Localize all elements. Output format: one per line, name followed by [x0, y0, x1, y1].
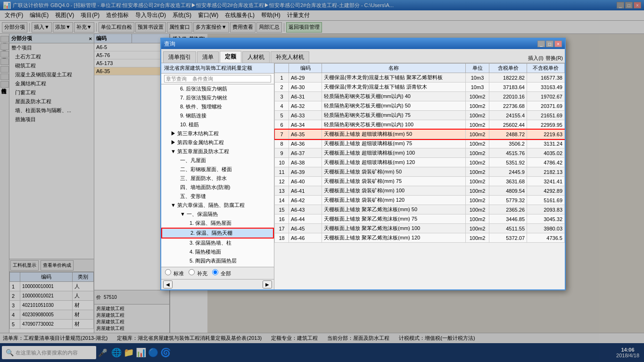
tree-ch3-wood[interactable]: ▶ 第三章木结构工程 [161, 129, 274, 138]
tree-deform-joint[interactable]: 五、变形缝 [161, 192, 274, 201]
row-name: 天棚板面上铺放 超细玻璃棉板(mm) 120 [322, 158, 466, 167]
quota-row-a6-43[interactable]: 15 A6-43 天棚板面上铺放 聚苯乙烯泡沫板(mm) 50 100m2 23… [275, 205, 565, 214]
radio-standard-label[interactable]: 标准 [165, 269, 184, 277]
row-price-tax: 5779.32 [489, 196, 527, 205]
row-code: A6-44 [289, 214, 322, 224]
tree-ch6-insulation[interactable]: ▼ 第六章保温、隔热、防腐工程 [161, 201, 274, 210]
dialog-body: 湖北省房屋建筑与装饰工程消耗量定额 6. 后张法预应力钢筋 7. 后张法预应力钢… [161, 63, 565, 289]
row-price-tax: 3506.2 [489, 139, 527, 148]
dlg-tab-dinge[interactable]: 定额 [220, 51, 241, 63]
dialog-minimize-btn[interactable]: _ [537, 41, 545, 47]
quota-row-a6-30[interactable]: 2 A6-30 天棚保温(带木龙骨)混凝土板下铺贴 沥青软木 10m3 3718… [275, 82, 565, 92]
quota-row-a6-35[interactable]: 7 A6-35 天棚板面上铺放 超细玻璃棉板(mm) 50 100m2 2488… [275, 130, 565, 139]
quota-row-a6-36[interactable]: 8 A6-36 天棚板面上铺放 超细玻璃棉板(mm) 75 100m2 3506… [275, 139, 565, 148]
dlg-tab-qingdan-zhinyin[interactable]: 清单指引 [163, 51, 196, 63]
tree-insulation-floor[interactable]: 4. 隔热楼地面 [161, 247, 274, 256]
row-name: 天棚板面上铺放 袋装矿棉(mm) 120 [322, 196, 466, 205]
tree-rebar-9[interactable]: 9. 钢筋连接 [161, 111, 274, 120]
quota-row-a6-37[interactable]: 9 A6-37 天棚板面上铺放 超细玻璃棉板(mm) 100 100m2 451… [275, 148, 565, 158]
quota-row-a6-45[interactable]: 17 A6-45 天棚板面上铺放 聚苯乙烯泡沫板(mm) 100 100m2 4… [275, 224, 565, 233]
row-num: 6 [275, 120, 289, 130]
row-price-tax: 2488.72 [489, 130, 527, 139]
tree-wall-waterproof[interactable]: 四、墙地面防水(防潮) [161, 183, 274, 192]
quota-row-a6-34[interactable]: 6 A6-34 轻质隔热彩钢夹芯板天棚(mm以内) 100 100m2 2560… [275, 120, 565, 130]
quota-row-a6-44[interactable]: 16 A6-44 天棚板面上铺放 聚苯乙烯泡沫板(mm) 75 100m2 34… [275, 214, 565, 224]
th-price-tax: 含税单价 [489, 64, 527, 73]
dlg-tab-qingdan[interactable]: 清单 [197, 51, 219, 63]
quota-row-a6-33[interactable]: 5 A6-33 轻质隔热彩钢夹芯板天棚(mm以内) 75 100m2 24155… [275, 111, 565, 120]
row-price-tax: 2445.9 [489, 167, 527, 177]
quota-row-a6-31[interactable]: 3 A6-31 轻质隔热彩钢夹芯板天棚(mm以内) 40 100m2 22010… [275, 92, 565, 101]
tree-scroll-right[interactable]: ▶ [263, 280, 272, 288]
row-num: 12 [275, 177, 289, 186]
chapter-search-input[interactable] [164, 75, 271, 82]
radio-all-types-label[interactable]: 全部 [212, 269, 231, 277]
quota-row-a6-40[interactable]: 12 A6-40 天棚板面上铺放 袋装矿棉(mm) 75 100m2 3631.… [275, 177, 565, 186]
row-code: A6-40 [289, 177, 322, 186]
quota-table: 编码 名称 单位 含税单价 不含税单价 1 A6-29 天棚保温(带木龙骨)混凝… [274, 63, 565, 243]
row-price-tax: 18222.82 [489, 73, 527, 82]
dialog-maximize-btn[interactable]: □ [546, 41, 553, 47]
row-code: A6-41 [289, 186, 322, 196]
radio-all-types[interactable] [212, 269, 218, 275]
dialog-table-container: 编码 名称 单位 含税单价 不含税单价 1 A6-29 天棚保温(带木龙骨)混凝… [274, 63, 565, 289]
row-unit: 100m2 [466, 148, 489, 158]
dlg-tab-rencaiji[interactable]: 人材机 [242, 51, 270, 63]
row-unit: 100m2 [466, 92, 489, 101]
th-price-notax: 不含税单价 [527, 64, 565, 73]
quota-row-a6-38[interactable]: 10 A6-38 天棚板面上铺放 超细玻璃棉板(mm) 120 100m2 53… [275, 158, 565, 167]
tree-insulation-roof[interactable]: 1. 保温、隔热屋面 [161, 219, 274, 228]
tree-flat-roof[interactable]: 一、凡屋面 [161, 156, 274, 165]
tree-insulation-ceiling[interactable]: 2. 保温、隔热天棚 [161, 228, 274, 239]
row-name: 天棚板面上铺放 袋装矿棉(mm) 100 [322, 186, 466, 196]
row-name: 天棚板面上铺放 聚苯乙烯泡沫板(mm) 50 [322, 205, 466, 214]
radio-supplement-label[interactable]: 补充 [189, 269, 207, 277]
quota-row-a6-32[interactable]: 4 A6-32 轻质隔热彩钢夹芯板天棚(mm以内) 50 100m2 22736… [275, 101, 565, 111]
tree-plant-10[interactable]: 10. 植筋 [161, 120, 274, 129]
row-code: A6-42 [289, 196, 322, 205]
quota-row-a6-39[interactable]: 11 A6-39 天棚板面上铺放 袋装矿棉(mm) 50 100m2 2445.… [275, 167, 565, 177]
radio-supplement[interactable] [189, 269, 195, 275]
tree-insulation-heat[interactable]: ▼ 一、保温隔热 [161, 210, 274, 219]
row-unit: 100m2 [466, 139, 489, 148]
radio-standard[interactable] [165, 269, 171, 275]
quota-row-a6-29[interactable]: 1 A6-29 天棚保温(带木龙骨)混凝土板下铺贴 聚苯乙烯塑料板 10m3 1… [275, 73, 565, 82]
quota-row-a6-41[interactable]: 13 A6-41 天棚板面上铺放 袋装矿棉(mm) 100 100m2 4809… [275, 186, 565, 196]
tree-ch5-roof[interactable]: ▼ 第五章屋面及防水工程 [161, 147, 274, 156]
row-code: A6-33 [289, 111, 322, 120]
row-num: 8 [275, 139, 289, 148]
th-num [275, 64, 289, 73]
row-num: 14 [275, 196, 289, 205]
dialog-left-panel: 湖北省房屋建筑与装饰工程消耗量定额 6. 后张法预应力钢筋 7. 后张法预应力钢… [161, 63, 274, 289]
quota-row-a6-42[interactable]: 14 A6-42 天棚板面上铺放 袋装矿棉(mm) 120 100m2 5779… [275, 196, 565, 205]
tree-prestress-6[interactable]: 6. 后张法预应力钢筋 [161, 84, 274, 93]
row-code: A6-35 [289, 130, 322, 139]
row-code: A6-46 [289, 233, 322, 243]
tree-scroll-left[interactable]: ◀ [163, 280, 173, 288]
tree-insulation-wall[interactable]: 3. 保温隔热墙、柱 [161, 239, 274, 247]
row-name: 天棚板面上铺放 聚苯乙烯泡沫板(mm) 100 [322, 224, 466, 233]
dlg-tab-buchong[interactable]: 补充人材机 [271, 51, 309, 63]
row-name: 天棚板面上铺放 袋装矿棉(mm) 50 [322, 167, 466, 177]
row-price-tax: 2365.26 [489, 205, 527, 214]
row-price-notax: 4736.5 [527, 233, 565, 243]
tree-iron-8[interactable]: 8. 铁件、预埋螺栓 [161, 102, 274, 111]
dialog-overlay: 查询 _ □ × 清单指引 清单 定额 人材机 补充人材机 插入(I) 替换(R… [0, 0, 644, 362]
dialog-controls[interactable]: _ □ × [537, 41, 562, 47]
row-num: 7 [275, 130, 289, 139]
tree-steel-roof[interactable]: 二、彩钢板屋面、楼面 [161, 165, 274, 174]
row-name: 天棚保温(带木龙骨)混凝土板下铺贴 聚苯乙烯塑料板 [322, 73, 466, 82]
tree-insulation-room[interactable]: 5. 阁园内表面隔热层 [161, 256, 274, 265]
query-dialog: 查询 _ □ × 清单指引 清单 定额 人材机 补充人材机 插入(I) 替换(R… [160, 38, 566, 290]
row-num: 15 [275, 205, 289, 214]
quota-table-header: 编码 名称 单位 含税单价 不含税单价 [275, 64, 565, 73]
tree-prestress-7[interactable]: 7. 后张法预应力钢丝 [161, 93, 274, 102]
row-name: 轻质隔热彩钢夹芯板天棚(mm以内) 40 [322, 92, 466, 101]
tree-roof-waterproof[interactable]: 三、屋面防水、排水 [161, 174, 274, 183]
dialog-titlebar: 查询 _ □ × [161, 39, 565, 49]
row-price-notax: 3980.03 [527, 224, 565, 233]
dialog-close-btn[interactable]: × [554, 41, 562, 47]
tree-ch4-metal[interactable]: ▶ 第四章金属结构工程 [161, 138, 274, 147]
quota-row-a6-46[interactable]: 18 A6-46 天棚板面上铺放 聚苯乙烯泡沫板(mm) 120 100m2 5… [275, 233, 565, 243]
row-num: 16 [275, 214, 289, 224]
